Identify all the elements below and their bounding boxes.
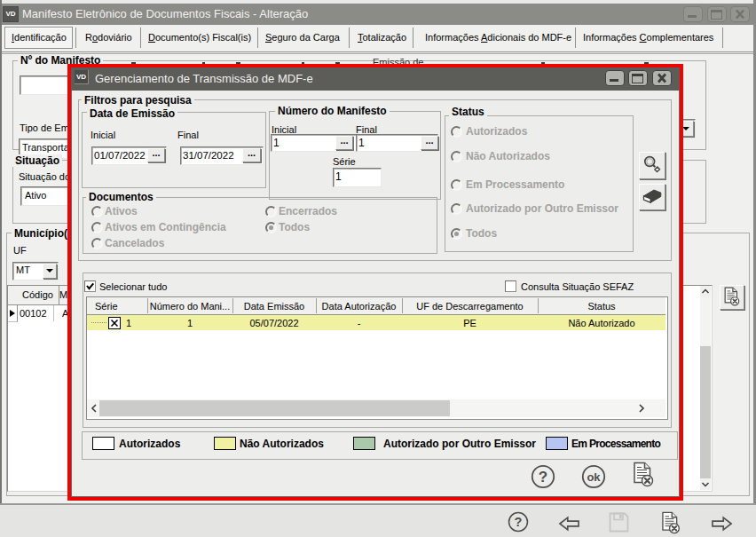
svg-text:?: ? <box>539 469 547 486</box>
svg-text:ok: ok <box>587 470 601 484</box>
svg-text:?: ? <box>515 515 523 529</box>
